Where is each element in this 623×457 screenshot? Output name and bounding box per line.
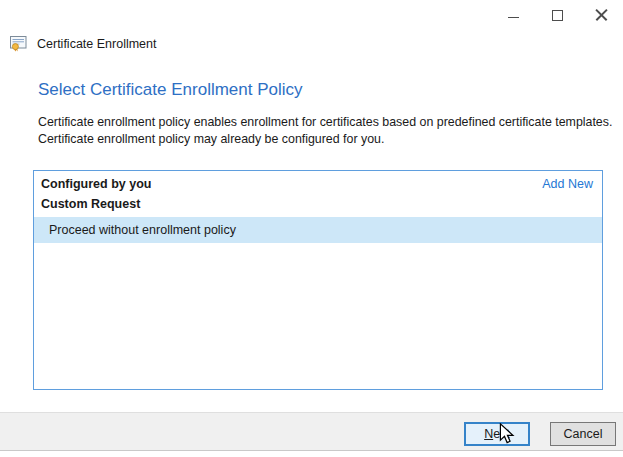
certificate-enrollment-dialog: Certificate Enrollment Select Certificat…: [0, 0, 623, 457]
minimize-button[interactable]: [491, 0, 535, 30]
policy-item-label: Proceed without enrollment policy: [49, 223, 236, 237]
certificate-icon: [10, 36, 29, 52]
app-header: Certificate Enrollment: [10, 36, 157, 52]
add-new-link[interactable]: Add New: [542, 177, 593, 191]
policy-list-item[interactable]: Proceed without enrollment policy: [34, 217, 602, 243]
next-button-label: Next: [484, 427, 510, 441]
description-line: Certificate enrollment policy enables en…: [38, 114, 612, 131]
page-title: Select Certificate Enrollment Policy: [38, 80, 303, 100]
window-titlebar: [491, 0, 623, 30]
close-button[interactable]: [579, 0, 623, 30]
cancel-button-label: Cancel: [564, 427, 603, 441]
policy-list: Configured by you Add New Custom Request…: [33, 170, 603, 390]
policy-group-row: Configured by you Add New: [34, 171, 602, 193]
app-title: Certificate Enrollment: [37, 37, 157, 51]
close-icon: [595, 9, 608, 22]
maximize-icon: [552, 10, 563, 21]
page-description: Certificate enrollment policy enables en…: [38, 114, 612, 148]
policy-group-header: Configured by you: [41, 177, 151, 191]
description-line: Certificate enrollment policy may alread…: [38, 131, 612, 148]
minimize-icon: [508, 17, 519, 18]
maximize-button[interactable]: [535, 0, 579, 30]
policy-subgroup-header: Custom Request: [34, 193, 602, 215]
next-button[interactable]: Next: [464, 422, 530, 446]
cancel-button[interactable]: Cancel: [550, 422, 616, 446]
